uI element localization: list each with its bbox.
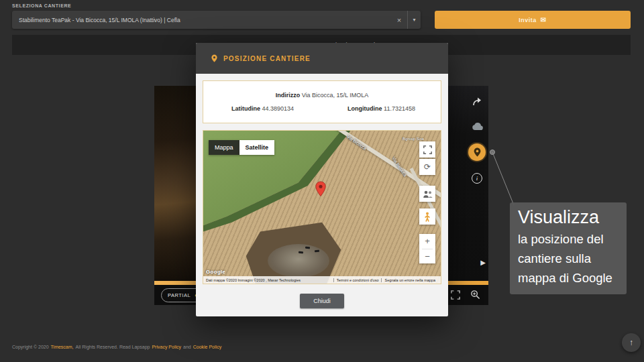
webcam-photo [154, 86, 197, 281]
map-vehicle [315, 249, 319, 252]
fullscreen-icon [423, 145, 432, 154]
webcam-photo-right [447, 86, 488, 281]
fullscreen-button[interactable] [451, 290, 460, 302]
address-value: Via Bicocca, 15/L IMOLA [302, 92, 369, 99]
footer: Copyright © 2020 Timescam, All Rights Re… [12, 345, 221, 349]
cookie-policy-link[interactable]: Cookie Policy [193, 345, 221, 349]
cloud-icon [472, 122, 483, 131]
google-logo: Google [206, 269, 225, 275]
location-pin-icon [211, 54, 218, 63]
people-icon [423, 190, 433, 198]
report-error-link[interactable]: Segnala un errore nella mappa [381, 278, 438, 282]
map-people-button[interactable] [419, 186, 435, 202]
brand-link[interactable]: Timescam, [51, 345, 74, 349]
latitude-value: 44.3890134 [262, 105, 294, 112]
map-attribution: Dati mappa ©2020 Immagini ©2020 , Maxar … [203, 276, 441, 284]
invite-button-label: Invita [519, 17, 537, 23]
help-tooltip: Visualizza la posizione del cantiere sul… [510, 202, 627, 294]
map-marker-icon [315, 181, 327, 197]
tooltip-connector [487, 146, 518, 210]
longitude: Longitudine 11.7321458 [322, 105, 441, 112]
rights-text: All Rights Reserved. Read Lapsapp [76, 345, 150, 349]
tooltip-line: la posizione del [518, 229, 619, 249]
tooltip-title: Visualizza [518, 206, 619, 229]
tooltip-line: mappa di Google [518, 268, 619, 288]
location-pin-icon [473, 147, 482, 158]
latitude-label: Latitudine [231, 105, 260, 112]
envelope-icon: ✉ [541, 16, 547, 23]
site-info-box: Indirizzo Via Bicocca, 15/L IMOLA Latitu… [203, 80, 441, 123]
clear-selection-icon[interactable]: × [391, 16, 407, 24]
attribution-text: Dati mappa ©2020 Immagini ©2020 , Maxar … [206, 278, 333, 282]
map-vehicle [298, 251, 303, 253]
position-modal: POSIZIONE CANTIERE Indirizzo Via Bicocca… [196, 43, 448, 316]
tooltip-line: cantiere sulla [518, 249, 619, 268]
zoom-in-button[interactable]: + [419, 234, 435, 249]
address-label: Indirizzo [276, 92, 301, 99]
play-button[interactable]: ▶ [480, 259, 486, 266]
share-icon [472, 97, 482, 106]
info-icon: i [476, 175, 478, 182]
magnifier-icon [470, 290, 480, 300]
scroll-top-button[interactable]: ↑ [622, 333, 641, 352]
place-label: Bgroup Spa [402, 137, 424, 141]
arrow-up-icon: ↑ [629, 338, 633, 347]
map-zoom-controls: + − [419, 234, 435, 263]
site-select-value: Stabilimento TeaPak - Via Bicocca, 15/L … [12, 17, 391, 23]
zoom-button[interactable] [470, 290, 480, 302]
longitude-value: 11.7321458 [384, 105, 415, 112]
map-type-tabs: Mappa Satellite [209, 140, 274, 155]
longitude-label: Longitudine [347, 105, 382, 112]
close-button[interactable]: Chiudi [300, 294, 344, 308]
map-gravel-mound [268, 244, 329, 278]
invite-button[interactable]: Invita ✉ [435, 11, 631, 29]
modal-header: POSIZIONE CANTIERE [196, 43, 448, 74]
rotate-icon: ⟳ [424, 162, 431, 172]
terms-link[interactable]: Termini e condizioni d'uso [333, 278, 382, 282]
map-location-button[interactable] [468, 143, 486, 161]
modal-title: POSIZIONE CANTIERE [223, 55, 311, 62]
map-fullscreen-button[interactable] [419, 141, 435, 158]
and-text: and [183, 345, 191, 349]
tab-map[interactable]: Mappa [209, 140, 239, 155]
tab-satellite[interactable]: Satellite [239, 140, 275, 155]
share-button[interactable] [471, 95, 483, 107]
address-row: Indirizzo Via Bicocca, 15/L IMOLA [203, 92, 441, 99]
google-map[interactable]: Via Bicocca Via Bicocca Bgroup Spa Mappa… [203, 131, 441, 284]
select-site-label: SELEZIONA CANTIERE [12, 3, 71, 8]
chevron-down-icon[interactable]: ▾ [407, 11, 421, 29]
zoom-out-button[interactable]: − [419, 249, 435, 264]
map-marker[interactable] [315, 181, 327, 200]
app-root: SELEZIONA CANTIERE Stabilimento TeaPak -… [0, 0, 644, 362]
pegman-icon [423, 212, 431, 222]
map-container: Via Bicocca Via Bicocca Bgroup Spa Mappa… [203, 130, 441, 284]
partial-button-label: PARTIAL [168, 292, 191, 298]
info-button[interactable]: i [472, 173, 482, 184]
privacy-policy-link[interactable]: Privacy Policy [152, 345, 181, 349]
coords-row: Latitudine 44.3890134 Longitudine 11.732… [203, 105, 441, 112]
map-pegman-button[interactable] [419, 208, 435, 225]
site-select[interactable]: Stabilimento TeaPak - Via Bicocca, 15/L … [12, 11, 421, 29]
copyright-text: Copyright © 2020 [12, 345, 49, 349]
map-rotate-button[interactable]: ⟳ [419, 159, 435, 175]
fullscreen-icon [451, 290, 460, 300]
latitude: Latitudine 44.3890134 [203, 105, 322, 112]
weather-button[interactable] [471, 121, 483, 131]
